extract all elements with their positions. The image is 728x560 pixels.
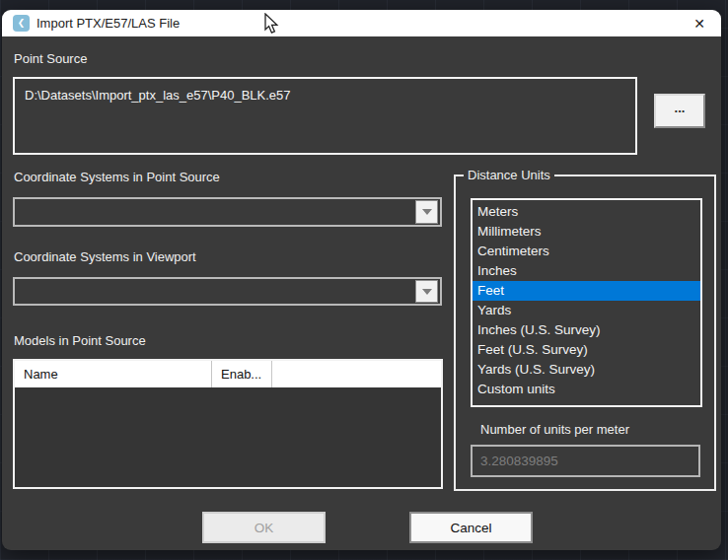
models-table[interactable]: Name Enab... — [13, 359, 443, 489]
models-table-header: Name Enab... — [15, 361, 441, 387]
cancel-button[interactable]: Cancel — [409, 512, 533, 543]
point-source-path-value: D:\Datasets\Import_ptx_las_e57\P40_BLK.e… — [25, 88, 291, 103]
desktop-background: ❮ Import PTX/E57/LAS File ✕ Point Source… — [0, 0, 728, 560]
unit-option-custom-units[interactable]: Custom units — [473, 380, 700, 399]
import-dialog-window: ❮ Import PTX/E57/LAS File ✕ Point Source… — [2, 10, 721, 550]
chevron-down-icon — [422, 209, 432, 215]
unit-option-millimeters[interactable]: Millimeters — [473, 222, 700, 242]
point-source-label: Point Source — [14, 51, 87, 66]
chevron-down-icon — [422, 289, 432, 295]
cs-point-source-label: Coordinate Systems in Point Source — [14, 170, 220, 184]
close-button[interactable]: ✕ — [686, 11, 713, 35]
unit-option-inches-us-survey[interactable]: Inches (U.S. Survey) — [473, 320, 700, 340]
dialog-title: Import PTX/E57/LAS File — [36, 16, 180, 31]
unit-option-feet[interactable]: Feet — [473, 281, 700, 301]
cs-viewport-dropdown-button[interactable] — [415, 280, 438, 303]
unit-option-meters[interactable]: Meters — [473, 202, 700, 222]
cs-point-source-dropdown-button[interactable] — [415, 200, 438, 224]
units-per-meter-input[interactable]: 3.280839895 — [471, 445, 700, 477]
ok-button[interactable]: OK — [202, 512, 326, 543]
column-header-spacer — [272, 361, 441, 387]
units-per-meter-label: Number of units per meter — [480, 422, 629, 437]
cs-point-source-combobox[interactable] — [13, 197, 442, 227]
unit-option-yards-us-survey[interactable]: Yards (U.S. Survey) — [473, 360, 700, 380]
cs-viewport-combobox[interactable] — [13, 277, 442, 306]
point-source-path-field[interactable]: D:\Datasets\Import_ptx_las_e57\P40_BLK.e… — [13, 77, 637, 155]
column-header-enabled[interactable]: Enab... — [212, 361, 272, 387]
app-icon: ❮ — [13, 15, 30, 32]
titlebar[interactable]: ❮ Import PTX/E57/LAS File ✕ — [2, 10, 721, 36]
models-label: Models in Point Source — [14, 333, 146, 348]
distance-units-group-label: Distance Units — [464, 168, 554, 182]
unit-option-inches[interactable]: Inches — [473, 261, 700, 281]
browse-button[interactable]: ... — [654, 94, 705, 128]
models-table-body[interactable] — [15, 387, 441, 489]
column-header-name[interactable]: Name — [15, 361, 212, 387]
unit-option-feet-us-survey[interactable]: Feet (U.S. Survey) — [473, 340, 700, 360]
unit-option-yards[interactable]: Yards — [473, 301, 700, 320]
close-icon: ✕ — [693, 16, 705, 32]
units-per-meter-value: 3.280839895 — [480, 454, 558, 468]
distance-units-listbox[interactable]: Meters Millimeters Centimeters Inches Fe… — [471, 198, 702, 407]
unit-option-centimeters[interactable]: Centimeters — [473, 242, 700, 261]
cs-viewport-label: Coordinate Systems in Viewport — [14, 249, 196, 264]
